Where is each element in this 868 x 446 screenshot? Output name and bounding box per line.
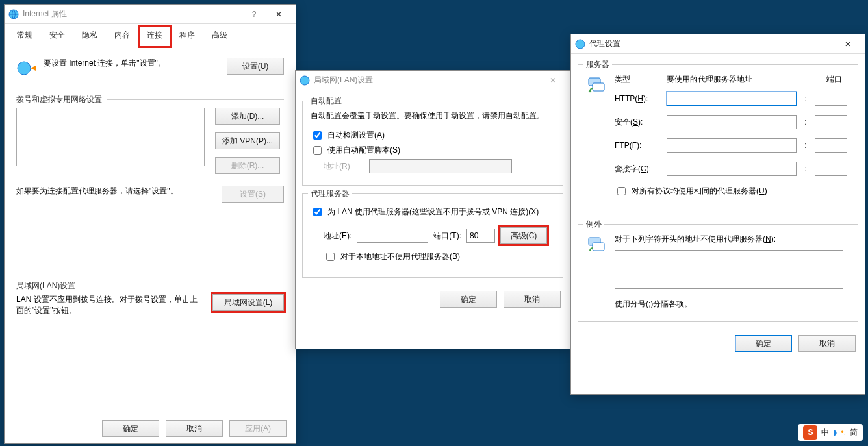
titlebar: 局域网(LAN)设置 ✕ [296,71,570,90]
auto-detect-input[interactable] [313,131,322,140]
tab-content[interactable]: 内容 [106,25,138,47]
internet-icon [300,75,310,86]
ok-button[interactable]: 确定 [735,335,792,352]
remove-button[interactable]: 删除(R)... [215,157,280,174]
use-proxy-checkbox[interactable]: 为 LAN 使用代理服务器(这些设置不用于拨号或 VPN 连接)(X) [311,206,555,218]
col-addr: 要使用的代理服务器地址 [667,74,803,85]
dots-icon: •, [841,428,846,437]
dialup-section-label: 拨号和虚拟专用网络设置 [16,94,284,105]
script-addr-input[interactable] [369,159,512,173]
tab-connections[interactable]: 连接 [138,25,171,47]
internet-properties-dialog: Internet 属性 ? ✕ 常规 安全 隐私 内容 连接 程序 高级 要设置… [4,4,296,444]
titlebar: 代理设置 ✕ [571,34,865,54]
svg-point-3 [576,40,585,49]
sogou-logo-icon: S [803,425,817,440]
internet-icon [8,9,19,19]
script-addr-label: 地址(R) [324,161,363,172]
servers-group: 服务器 类型 要使用的代理服务器地址 端口 HTTP(H): : [578,64,858,216]
same-all-input[interactable] [617,187,626,195]
bypass-local-checkbox[interactable]: 对于本地地址不使用代理服务器(B) [324,251,555,263]
proxy-addr-input[interactable] [357,229,428,243]
dialup-settings-button[interactable]: 设置(S) [222,186,284,203]
lan-hint: LAN 设置不应用到拨号连接。对于拨号设置，单击上面的"设置"按钮。 [16,294,202,316]
auto-hint: 自动配置会覆盖手动设置。要确保使用手动设置，请禁用自动配置。 [311,110,555,121]
server-icon [586,74,607,95]
window-title: 代理设置 [589,38,835,49]
moon-icon: ◗ [833,428,837,437]
use-proxy-input[interactable] [313,208,322,216]
server-icon [586,234,607,254]
setup-button[interactable]: 设置(U) [227,58,284,75]
sogou-ime-indicator[interactable]: S 中 ◗ •, 简 [798,424,863,441]
svg-point-2 [300,76,309,85]
lan-settings-button[interactable]: 局域网设置(L) [212,294,284,311]
window-title: 局域网(LAN)设置 [314,75,540,86]
group-legend: 代理服务器 [308,188,352,199]
ok-button[interactable]: 确定 [440,291,497,308]
close-button[interactable]: ✕ [266,5,292,24]
cancel-button[interactable]: 取消 [166,420,223,437]
same-all-checkbox[interactable]: 对所有协议均使用相同的代理服务器(U) [615,185,850,197]
ok-button[interactable]: 确定 [102,420,159,437]
setup-text: 要设置 Internet 连接，单击"设置"。 [44,58,220,69]
titlebar: Internet 属性 ? ✕ [5,5,296,24]
secure-port-input[interactable] [815,115,847,129]
proxy-port-input[interactable] [466,229,495,243]
socks-port-input[interactable] [815,162,847,176]
group-legend: 自动配置 [308,95,344,106]
proxy-settings-dialog: 代理设置 ✕ 服务器 类型 要使用的代理服务器地址 端口 HTTP(H): : [570,34,865,395]
help-button[interactable]: ? [242,5,266,24]
dialup-listbox[interactable] [16,108,205,166]
tab-programs[interactable]: 程序 [171,25,203,47]
http-label: HTTP(H): [615,94,660,103]
internet-icon [575,39,585,49]
svg-rect-7 [593,243,604,251]
ftp-port-input[interactable] [815,138,847,153]
cancel-button[interactable]: 取消 [798,335,856,352]
use-script-input[interactable] [313,146,322,155]
use-script-checkbox[interactable]: 使用自动配置脚本(S) [311,144,555,156]
close-button[interactable]: ✕ [835,34,861,54]
add-button[interactable]: 添加(D)... [215,108,280,125]
tab-body: 要设置 Internet 连接，单击"设置"。 设置(U) 拨号和虚拟专用网络设… [5,47,296,327]
advanced-button[interactable]: 高级(C) [500,227,547,244]
tabstrip: 常规 安全 隐私 内容 连接 程序 高级 [5,24,296,47]
exceptions-group: 例外 对于下列字符开头的地址不使用代理服务器(N): 使用分号(;)分隔各项。 [578,224,858,322]
connection-wizard-icon [16,58,37,79]
group-legend: 服务器 [583,59,612,70]
svg-rect-5 [593,83,604,91]
secure-addr-input[interactable] [667,115,797,129]
close-button[interactable]: ✕ [540,71,566,90]
auto-detect-checkbox[interactable]: 自动检测设置(A) [311,129,555,142]
svg-point-1 [18,62,31,75]
system-tray: S 中 ◗ •, 简 [798,424,863,441]
http-port-input[interactable] [815,92,847,106]
tab-privacy[interactable]: 隐私 [73,25,106,47]
proxy-port-label: 端口(T): [433,230,461,242]
proxy-hint: 如果要为连接配置代理服务器，请选择"设置"。 [16,186,211,197]
tab-security[interactable]: 安全 [41,25,73,47]
tab-general[interactable]: 常规 [8,25,41,47]
exceptions-textarea[interactable] [615,250,843,289]
lan-settings-dialog: 局域网(LAN)设置 ✕ 自动配置 自动配置会覆盖手动设置。要确保使用手动设置，… [295,70,570,349]
cancel-button[interactable]: 取消 [504,291,561,308]
col-port: 端口 [810,74,842,85]
apply-button[interactable]: 应用(A) [229,420,287,437]
exceptions-label: 对于下列字符开头的地址不使用代理服务器(N): [615,234,850,245]
tab-advanced[interactable]: 高级 [203,25,236,47]
lan-section-label: 局域网(LAN)设置 [16,280,284,291]
add-vpn-button[interactable]: 添加 VPN(P)... [215,132,280,149]
window-title: Internet 属性 [23,8,242,19]
ime-simplified: 简 [850,427,858,438]
proxy-server-group: 代理服务器 为 LAN 使用代理服务器(这些设置不用于拨号或 VPN 连接)(X… [302,193,563,278]
http-addr-input[interactable] [667,92,797,106]
socks-addr-input[interactable] [667,162,797,176]
group-legend: 例外 [583,219,604,230]
ime-mode: 中 [821,427,829,438]
auto-config-group: 自动配置 自动配置会覆盖手动设置。要确保使用手动设置，请禁用自动配置。 自动检测… [302,101,563,186]
proxy-addr-label: 地址(E): [324,230,351,242]
bypass-local-input[interactable] [326,253,335,261]
ftp-addr-input[interactable] [667,138,797,153]
exceptions-hint: 使用分号(;)分隔各项。 [615,299,850,310]
secure-label: 安全(S): [615,117,660,128]
